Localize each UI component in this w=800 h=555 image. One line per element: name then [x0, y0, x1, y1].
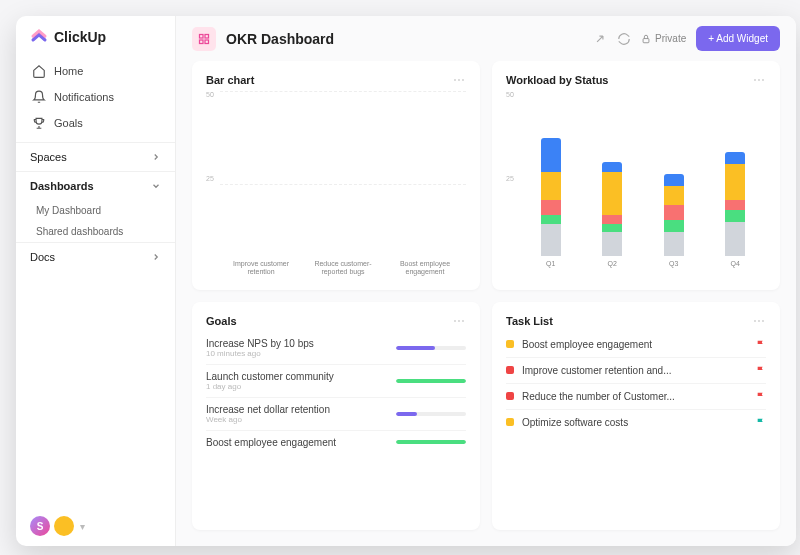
task-label: Optimize software costs [522, 417, 748, 428]
goal-progress [396, 412, 466, 416]
chevron-down-icon [151, 181, 161, 191]
stack-segment [602, 232, 622, 256]
task-label: Reduce the number of Customer... [522, 391, 748, 402]
stack-bar[interactable] [725, 152, 745, 255]
stack-label: Q2 [608, 260, 617, 278]
widget-grid: Bar chart ⋯ 50 25 Improve customer re [176, 61, 796, 546]
topbar: OKR Dashboard Private + Add Widget [176, 16, 796, 61]
privacy-indicator[interactable]: Private [641, 33, 686, 44]
bar-label: Reduce customer-reported bugs [313, 260, 373, 278]
goal-title: Launch customer community [206, 371, 386, 382]
grid-icon [198, 33, 210, 45]
stack-segment [664, 205, 684, 219]
stack-column: Q1 [526, 138, 576, 278]
task-row[interactable]: Optimize software costs [506, 410, 766, 435]
flag-icon[interactable] [756, 365, 766, 375]
stack-segment [664, 186, 684, 205]
svg-rect-2 [200, 40, 204, 44]
card-menu-icon[interactable]: ⋯ [753, 73, 766, 87]
goal-row[interactable]: Increase net dollar retentionWeek ago [206, 398, 466, 431]
bar-label: Boost employee engagement [395, 260, 455, 278]
section-label: Dashboards [30, 180, 94, 192]
task-row[interactable]: Boost employee engagement [506, 332, 766, 358]
sidebar: ClickUp Home Notifications Goals Spaces … [16, 16, 176, 546]
stack-segment [725, 152, 745, 164]
nav-home[interactable]: Home [22, 58, 169, 84]
goal-title: Boost employee engagement [206, 437, 386, 448]
card-menu-icon[interactable]: ⋯ [453, 73, 466, 87]
card-title: Task List [506, 315, 553, 327]
task-list: Boost employee engagementImprove custome… [506, 332, 766, 435]
goal-progress [396, 346, 466, 350]
brand-name: ClickUp [54, 29, 106, 45]
stack-segment [725, 210, 745, 222]
stack-segment [602, 172, 622, 215]
lock-icon [641, 34, 651, 44]
nav-goals[interactable]: Goals [22, 110, 169, 136]
goal-progress [396, 440, 466, 444]
main-panel: OKR Dashboard Private + Add Widget Bar c… [176, 16, 796, 546]
logo[interactable]: ClickUp [16, 16, 175, 58]
task-row[interactable]: Reduce the number of Customer... [506, 384, 766, 410]
stack-segment [664, 220, 684, 232]
bar-chart: 50 25 Improve customer retentionReduce c… [206, 91, 466, 278]
flag-icon[interactable] [756, 339, 766, 349]
stack-bar[interactable] [664, 174, 684, 256]
stack-segment [725, 164, 745, 200]
card-menu-icon[interactable]: ⋯ [453, 314, 466, 328]
clickup-logo-icon [30, 28, 48, 46]
stack-segment [664, 174, 684, 186]
sidebar-item-shared-dashboards[interactable]: Shared dashboards [16, 221, 175, 242]
stack-label: Q1 [546, 260, 555, 278]
bar-label: Improve customer retention [231, 260, 291, 278]
task-row[interactable]: Improve customer retention and... [506, 358, 766, 384]
goal-row[interactable]: Boost employee engagement [206, 431, 466, 454]
app-window: ClickUp Home Notifications Goals Spaces … [16, 16, 796, 546]
stack-segment [541, 138, 561, 172]
sidebar-section-spaces[interactable]: Spaces [16, 142, 175, 171]
card-title: Bar chart [206, 74, 254, 86]
goal-progress [396, 379, 466, 383]
goals-list: Increase NPS by 10 bps10 minutes agoLaun… [206, 332, 466, 454]
stack-segment [541, 172, 561, 201]
stack-segment [725, 222, 745, 256]
stack-bar[interactable] [541, 138, 561, 256]
card-tasks: Task List ⋯ Boost employee engagementImp… [492, 302, 780, 531]
svg-rect-4 [643, 38, 649, 42]
svg-rect-1 [205, 34, 209, 38]
page-title: OKR Dashboard [226, 31, 334, 47]
nav-notifications[interactable]: Notifications [22, 84, 169, 110]
goal-row[interactable]: Increase NPS by 10 bps10 minutes ago [206, 332, 466, 365]
stack-column: Q3 [649, 174, 699, 278]
sidebar-item-my-dashboard[interactable]: My Dashboard [16, 200, 175, 221]
profile-stack[interactable]: S ▾ [16, 506, 175, 546]
stack-segment [541, 224, 561, 255]
goal-time: 1 day ago [206, 382, 386, 391]
stack-bar[interactable] [602, 162, 622, 256]
sidebar-section-dashboards[interactable]: Dashboards [16, 171, 175, 200]
stack-segment [541, 200, 561, 214]
refresh-icon[interactable] [617, 32, 631, 46]
stack-label: Q3 [669, 260, 678, 278]
home-icon [32, 64, 46, 78]
svg-rect-3 [205, 40, 209, 44]
sidebar-section-docs[interactable]: Docs [16, 242, 175, 271]
stack-segment [664, 232, 684, 256]
chevron-right-icon [151, 252, 161, 262]
stacked-chart: 50 25 Q1Q2Q3Q4 [506, 91, 766, 278]
card-menu-icon[interactable]: ⋯ [753, 314, 766, 328]
goal-time: Week ago [206, 415, 386, 424]
nav-label: Notifications [54, 91, 114, 103]
flag-icon[interactable] [756, 417, 766, 427]
add-widget-button[interactable]: + Add Widget [696, 26, 780, 51]
status-square-icon [506, 340, 514, 348]
flag-icon[interactable] [756, 391, 766, 401]
expand-icon[interactable] [593, 32, 607, 46]
stack-segment [602, 162, 622, 172]
goal-row[interactable]: Launch customer community1 day ago [206, 365, 466, 398]
sidebar-nav: Home Notifications Goals [16, 58, 175, 136]
status-square-icon [506, 366, 514, 374]
stack-label: Q4 [731, 260, 740, 278]
card-bar-chart: Bar chart ⋯ 50 25 Improve customer re [192, 61, 480, 290]
y-axis: 50 25 [506, 91, 520, 278]
